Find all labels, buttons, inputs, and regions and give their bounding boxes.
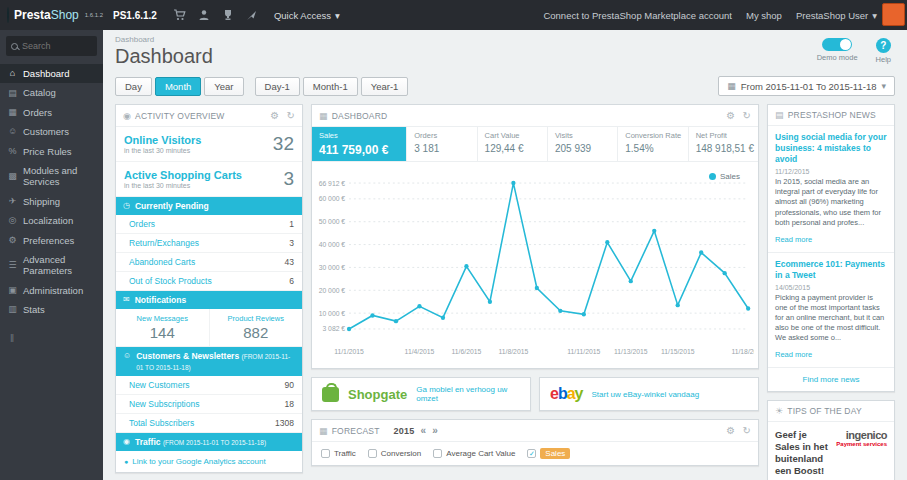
rocket-icon[interactable] — [246, 9, 258, 21]
forecast-legend-average-cart-value[interactable]: Average Cart Value — [433, 449, 515, 458]
gear-icon[interactable]: ⚙ — [270, 110, 279, 121]
gear-icon[interactable]: ⚙ — [726, 110, 735, 121]
out-of-stock-row[interactable]: Out of Stock Products6 — [116, 272, 302, 291]
filter-day-button[interactable]: Day — [115, 77, 152, 96]
brand-name: PrestaShop — [14, 8, 79, 22]
sidebar-item-advanced-parameters[interactable]: ☰Advanced Parameters — [0, 250, 103, 281]
ebay-link[interactable]: Start uw eBay-winkel vandaag — [592, 390, 700, 399]
avatar[interactable] — [882, 3, 905, 26]
administration-icon: ▣ — [7, 285, 18, 296]
activity-icon: ◉ — [123, 111, 131, 121]
dashboard-icon: ⌂ — [7, 68, 18, 79]
sidebar-item-stats[interactable]: ▥Stats — [0, 300, 103, 319]
dashboard-panel-icon: ▦ — [319, 111, 328, 121]
shopgate-module-card[interactable]: Shopgate Ga mobiel en verhoog uw omzet — [311, 377, 531, 411]
kpi-conversion-rate[interactable]: Conversion Rate1.54% — [618, 127, 688, 161]
search-input[interactable] — [22, 41, 92, 51]
filter-year-button[interactable]: Year — [204, 77, 243, 96]
sidebar-item-administration[interactable]: ▣Administration — [0, 281, 103, 300]
checkbox-icon[interactable] — [368, 449, 377, 458]
link-icon: ● — [124, 458, 128, 465]
prestashop-logo[interactable]: PrestaShop 1.6.1.2 — [0, 7, 103, 23]
find-more-news-link[interactable]: Find more news — [768, 368, 894, 391]
cart-icon[interactable] — [173, 9, 186, 21]
chevron-down-icon: ▾ — [335, 10, 340, 21]
sales-line-chart: 66 912 €60 000 €50 000 €40 000 €30 000 €… — [314, 168, 754, 364]
trophy-icon[interactable] — [222, 9, 234, 21]
refresh-icon[interactable]: ↻ — [286, 110, 295, 121]
ps-version-label: PS1.6.1.2 — [113, 10, 157, 21]
toggle-switch[interactable] — [822, 38, 852, 51]
price-rules-icon: % — [7, 146, 18, 157]
filter-day-1-button[interactable]: Day-1 — [255, 77, 300, 96]
checkbox-icon[interactable] — [321, 449, 330, 458]
kpi-sales[interactable]: Sales411 759,00 € — [312, 127, 407, 161]
prestashop-logo-icon — [7, 7, 9, 23]
my-shop-link[interactable]: My shop — [746, 10, 782, 21]
read-more-link[interactable]: Read more — [775, 235, 812, 244]
new-subscriptions-row[interactable]: New Subscriptions18 — [116, 395, 302, 414]
refresh-icon[interactable]: ↻ — [742, 110, 751, 121]
sidebar-item-customers[interactable]: ☺Customers — [0, 122, 103, 141]
kpi-net-profit[interactable]: Net Profit148 918,51 € — [689, 127, 758, 161]
calendar-icon: ▦ — [727, 81, 736, 91]
sidebar-item-preferences[interactable]: ⚙Preferences — [0, 231, 103, 250]
checkbox-icon[interactable] — [433, 449, 442, 458]
sidebar-item-localization[interactable]: ◎Localization — [0, 211, 103, 230]
active-carts-value: 3 — [283, 168, 294, 190]
product-reviews-cell[interactable]: Product Reviews 882 — [209, 309, 303, 346]
forecast-legend-traffic[interactable]: Traffic — [321, 449, 356, 458]
forecast-legend-sales[interactable]: ✓Sales — [527, 448, 570, 459]
date-range-picker[interactable]: ▦ From 2015-11-01 To 2015-11-18 ▾ — [718, 76, 895, 96]
gear-icon[interactable]: ⚙ — [726, 425, 735, 436]
new-customers-row[interactable]: New Customers90 — [116, 376, 302, 395]
breadcrumb[interactable]: Dashboard — [115, 35, 895, 44]
article-title-link[interactable]: Ecommerce 101: Payments in a Tweet — [775, 259, 887, 281]
collapse-sidebar-button[interactable]: ‖ — [0, 327, 103, 350]
online-visitors-row[interactable]: Online Visitors in the last 30 minutes 3… — [116, 127, 302, 162]
sidebar-search[interactable] — [6, 36, 97, 56]
demo-mode-toggle[interactable]: Demo mode — [817, 38, 858, 64]
kpi-visits[interactable]: Visits205 939 — [548, 127, 618, 161]
active-carts-row[interactable]: Active Shopping Carts in the last 30 min… — [116, 162, 302, 197]
ingenico-logo: ingenico Payment services — [836, 429, 887, 477]
customers-icon: ☺ — [7, 126, 18, 137]
previous-year-button[interactable]: « — [420, 425, 426, 436]
total-subscribers-row[interactable]: Total Subscribers1308 — [116, 414, 302, 433]
sidebar-item-shipping[interactable]: ✈Shipping — [0, 192, 103, 211]
kpi-orders[interactable]: Orders3 181 — [407, 127, 477, 161]
envelope-icon: ✉ — [123, 295, 130, 305]
filter-month-1-button[interactable]: Month-1 — [303, 77, 358, 96]
kpi-cart-value[interactable]: Cart Value129,44 € — [478, 127, 548, 161]
shopgate-link[interactable]: Ga mobiel en verhoog uw omzet — [416, 385, 520, 403]
dashboard-panel: ▦ DASHBOARD ⚙ ↻ Sales411 759,00 € Orders… — [311, 104, 759, 369]
customer-icon[interactable] — [198, 9, 210, 21]
filter-year-1-button[interactable]: Year-1 — [361, 77, 409, 96]
currently-pending-header: ◷ Currently Pending — [116, 197, 302, 215]
next-year-button[interactable]: » — [432, 425, 438, 436]
pending-returns-row[interactable]: Return/Exchanges3 — [116, 234, 302, 253]
forecast-icon: ▦ — [319, 426, 328, 436]
user-menu[interactable]: PrestaShop User ▾ — [796, 10, 877, 21]
ebay-module-card[interactable]: ebay Start uw eBay-winkel vandaag — [539, 377, 759, 411]
sidebar-item-modules[interactable]: ▩Modules and Services — [0, 161, 103, 192]
filter-month-button[interactable]: Month — [155, 77, 201, 96]
sidebar-item-dashboard[interactable]: ⌂Dashboard — [0, 64, 103, 83]
checkbox-icon[interactable]: ✓ — [527, 449, 536, 458]
sidebar-item-catalog[interactable]: ▤Catalog — [0, 83, 103, 102]
quick-access-menu[interactable]: Quick Access ▾ — [274, 10, 340, 21]
sidebar-item-price-rules[interactable]: %Price Rules — [0, 142, 103, 161]
main-content: Dashboard Dashboard Demo mode ? Help Day… — [103, 30, 907, 480]
article-title-link[interactable]: Using social media for your business: 4 … — [775, 132, 887, 165]
pending-orders-row[interactable]: Orders1 — [116, 215, 302, 234]
forecast-legend-conversion[interactable]: Conversion — [368, 449, 421, 458]
help-button[interactable]: ? Help — [876, 38, 891, 64]
read-more-link[interactable]: Read more — [775, 350, 812, 359]
abandoned-carts-row[interactable]: Abandoned Carts43 — [116, 253, 302, 272]
sidebar-item-orders[interactable]: ▦Orders — [0, 103, 103, 122]
connect-marketplace-link[interactable]: Connect to PrestaShop Marketplace accoun… — [543, 10, 732, 21]
refresh-icon[interactable]: ↻ — [742, 425, 751, 436]
forecast-panel: ▦ FORECAST 2015 « » ⚙ ↻ Traffic Conversi… — [311, 419, 759, 466]
new-messages-cell[interactable]: New Messages 144 — [116, 309, 209, 346]
google-analytics-link[interactable]: ● Link to your Google Analytics account — [116, 451, 302, 472]
